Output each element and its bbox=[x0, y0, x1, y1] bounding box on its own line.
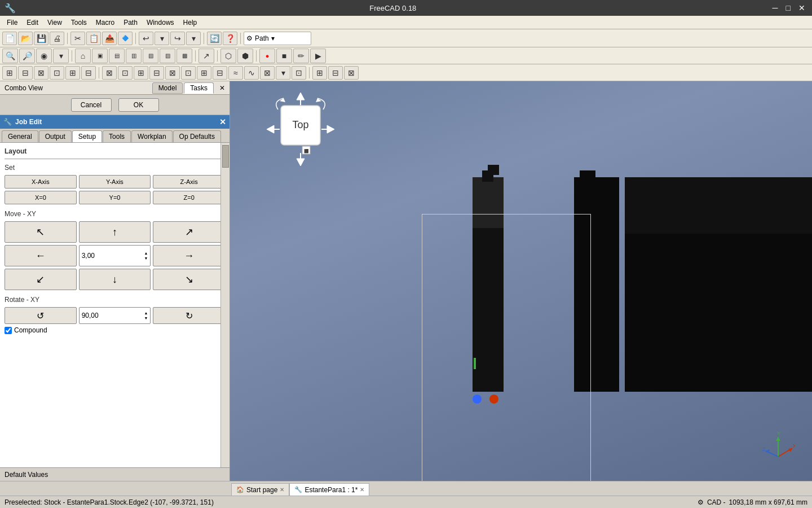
move-nw-btn[interactable]: ↖ bbox=[5, 221, 77, 243]
close-button[interactable]: ✕ bbox=[796, 3, 807, 12]
z0-btn[interactable]: Z=0 bbox=[153, 191, 225, 204]
menu-path[interactable]: Path bbox=[119, 17, 142, 28]
right-btn[interactable]: ▥ bbox=[126, 49, 142, 63]
front-btn[interactable]: ▣ bbox=[92, 49, 108, 63]
undo-drop[interactable]: ▾ bbox=[155, 32, 169, 45]
maximize-button[interactable]: □ bbox=[784, 3, 793, 12]
tab-start-close[interactable]: ✕ bbox=[280, 487, 284, 493]
menu-tools[interactable]: Tools bbox=[67, 17, 91, 28]
draw-style-btn[interactable]: ◉ bbox=[36, 49, 52, 63]
ok-button[interactable]: OK bbox=[118, 98, 159, 112]
menu-view[interactable]: View bbox=[43, 17, 67, 28]
tab-start-page[interactable]: 🏠 Start page ✕ bbox=[231, 483, 289, 496]
tab-workplan[interactable]: Workplan bbox=[131, 130, 172, 142]
redo-drop[interactable]: ▾ bbox=[186, 32, 201, 45]
z-axis-btn[interactable]: Z-Axis bbox=[153, 175, 225, 189]
home-btn[interactable]: ⌂ bbox=[75, 49, 91, 63]
move-input-field[interactable]: 3,00 bbox=[82, 252, 144, 260]
cut-btn[interactable]: ✂ bbox=[70, 32, 85, 45]
move-s-btn[interactable]: ↓ bbox=[79, 269, 151, 290]
path-t5[interactable]: ⊞ bbox=[65, 66, 80, 80]
rotate-input-field[interactable]: 90,00 bbox=[82, 312, 144, 319]
redo-btn[interactable]: ↪ bbox=[170, 32, 185, 45]
compound-checkbox[interactable] bbox=[5, 327, 12, 334]
undo-btn[interactable]: ↩ bbox=[139, 32, 153, 45]
path-t17b[interactable]: ▾ bbox=[276, 66, 290, 80]
menu-edit[interactable]: Edit bbox=[22, 17, 43, 28]
tab-general[interactable]: General bbox=[2, 130, 38, 142]
path-t4[interactable]: ⊡ bbox=[50, 66, 64, 80]
nav-cube[interactable]: Top ⬛ bbox=[264, 90, 337, 170]
open-btn[interactable]: 📂 bbox=[18, 32, 33, 45]
minimize-button[interactable]: ─ bbox=[770, 3, 780, 12]
move-ne-btn[interactable]: ↗ bbox=[153, 221, 225, 243]
shape-btn[interactable]: ⬡ bbox=[220, 49, 236, 63]
path-t18[interactable]: ⊡ bbox=[292, 66, 306, 80]
path-t6[interactable]: ⊟ bbox=[81, 66, 96, 80]
print-btn[interactable]: 🖨 bbox=[50, 32, 64, 45]
rot-spin-down[interactable]: ▼ bbox=[144, 316, 148, 321]
refresh-btn[interactable]: 🔄 bbox=[207, 32, 222, 45]
view-zoom-btn[interactable]: 🔎 bbox=[19, 49, 35, 63]
x-axis-btn[interactable]: X-Axis bbox=[5, 175, 77, 189]
top-btn[interactable]: ▤ bbox=[109, 49, 125, 63]
menu-file[interactable]: File bbox=[2, 17, 22, 28]
tab-setup[interactable]: Setup bbox=[72, 130, 102, 142]
move-value-input[interactable]: 3,00 ▲ ▼ bbox=[79, 245, 151, 266]
path-t13[interactable]: ⊞ bbox=[197, 66, 211, 80]
new-btn[interactable]: 📄 bbox=[2, 32, 17, 45]
path-t15[interactable]: ≈ bbox=[228, 66, 243, 80]
path-t9[interactable]: ⊞ bbox=[134, 66, 148, 80]
stop-btn[interactable]: ■ bbox=[276, 49, 292, 63]
tab-tasks[interactable]: Tasks bbox=[184, 82, 214, 94]
move-w-btn[interactable]: ← bbox=[5, 245, 77, 266]
tab-estante[interactable]: 🔧 EstantePara1 : 1* ✕ bbox=[289, 483, 369, 496]
play-btn[interactable]: ▶ bbox=[310, 49, 326, 63]
spin-up[interactable]: ▲ bbox=[144, 251, 148, 256]
move-e-btn[interactable]: → bbox=[153, 245, 225, 266]
rotate-cw-btn[interactable]: ↻ bbox=[153, 307, 225, 324]
y-axis-btn[interactable]: Y-Axis bbox=[79, 175, 151, 189]
move-spinner[interactable]: ▲ ▼ bbox=[144, 251, 148, 261]
help-btn[interactable]: ❓ bbox=[223, 32, 237, 45]
menu-help[interactable]: Help bbox=[179, 17, 202, 28]
x0-btn[interactable]: X=0 bbox=[5, 191, 77, 204]
tab-model[interactable]: Model bbox=[152, 82, 183, 94]
move-n-btn[interactable]: ↑ bbox=[79, 221, 151, 243]
path-t1[interactable]: ⊞ bbox=[2, 66, 17, 80]
cancel-button[interactable]: Cancel bbox=[71, 98, 112, 112]
compound-btn[interactable]: ⬢ bbox=[237, 49, 253, 63]
move-sw-btn[interactable]: ↙ bbox=[5, 269, 77, 290]
scrollbar-thumb[interactable] bbox=[222, 145, 229, 168]
path-t7[interactable]: ⊠ bbox=[102, 66, 117, 80]
rotate-value-input[interactable]: 90,00 ▲ ▼ bbox=[79, 307, 151, 324]
path-t3[interactable]: ⊠ bbox=[34, 66, 48, 80]
rot-spin-up[interactable]: ▲ bbox=[144, 310, 148, 316]
bottom-btn[interactable]: ▨ bbox=[160, 49, 175, 63]
y0-btn[interactable]: Y=0 bbox=[79, 191, 151, 204]
move-se-btn[interactable]: ↘ bbox=[153, 269, 225, 290]
rear-btn[interactable]: ▧ bbox=[143, 49, 158, 63]
save2-btn[interactable]: 📤 bbox=[102, 32, 117, 45]
spin-down[interactable]: ▼ bbox=[144, 256, 148, 261]
select-btn[interactable]: ↗ bbox=[198, 49, 214, 63]
path-t16[interactable]: ∿ bbox=[244, 66, 259, 80]
tab-tools[interactable]: Tools bbox=[103, 130, 131, 142]
path-t19[interactable]: ⊞ bbox=[312, 66, 327, 80]
tab-estante-close[interactable]: ✕ bbox=[360, 487, 364, 493]
draw-drop[interactable]: ▾ bbox=[53, 49, 69, 63]
path-t2[interactable]: ⊟ bbox=[18, 66, 33, 80]
edit-btn[interactable]: ✏ bbox=[293, 49, 309, 63]
rotate-ccw-btn[interactable]: ↺ bbox=[5, 307, 77, 324]
record-btn[interactable]: ● bbox=[259, 49, 275, 63]
rotate-spinner[interactable]: ▲ ▼ bbox=[144, 310, 148, 321]
tab-op-defaults[interactable]: Op Defaults bbox=[173, 130, 221, 142]
path-t8[interactable]: ⊡ bbox=[118, 66, 133, 80]
workbench-selector[interactable]: ⚙ Path ▾ bbox=[244, 32, 311, 45]
view-fit-btn[interactable]: 🔍 bbox=[2, 49, 18, 63]
viewport[interactable]: Top ⬛ bbox=[230, 81, 812, 481]
job-edit-close-button[interactable]: ✕ bbox=[219, 117, 226, 126]
path-t17[interactable]: ⊠ bbox=[260, 66, 275, 80]
save-btn[interactable]: 💾 bbox=[34, 32, 48, 45]
copy-btn[interactable]: 📋 bbox=[86, 32, 101, 45]
